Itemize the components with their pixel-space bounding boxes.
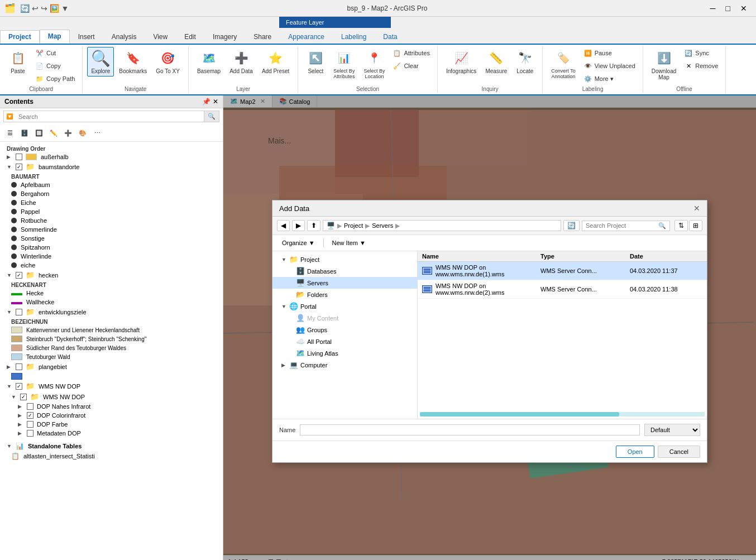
layer-dop-color-checkbox[interactable]: ✓	[27, 412, 34, 419]
more-tools-btn[interactable]: ⋯	[90, 126, 104, 140]
layer-spitzahorn[interactable]: Spitzahorn	[0, 243, 223, 252]
layer-suedlicher-rand[interactable]: Südlicher Rand des Teutoburger Waldes	[0, 343, 223, 352]
view-unplaced-button[interactable]: 👁️ View Unplaced	[581, 60, 638, 72]
nav-back-button[interactable]: ◀	[277, 220, 290, 231]
layer-wallhecke[interactable]: Wallhecke	[0, 298, 223, 307]
list-view-btn[interactable]: ☰	[3, 126, 17, 140]
layer-metadaten-checkbox[interactable]	[27, 430, 34, 437]
more-button[interactable]: ⚙️ More ▾	[581, 73, 638, 85]
layer-hecken-checkbox[interactable]: ✓	[16, 272, 22, 279]
layer-plangebiet[interactable]: ▶ 📁 plangebiet	[0, 361, 223, 372]
nav-forward-button[interactable]: ▶	[292, 220, 305, 231]
layer-wms-inner-checkbox[interactable]: ✓	[20, 394, 27, 400]
tab-view[interactable]: View	[145, 30, 176, 44]
new-item-button[interactable]: New Item ▼	[327, 237, 371, 248]
title-bar-controls[interactable]: ─ □ ✕	[706, 3, 752, 14]
tab-data[interactable]: Data	[375, 30, 405, 44]
tab-edit[interactable]: Edit	[176, 30, 204, 44]
tab-analysis[interactable]: Analysis	[103, 30, 145, 44]
layer-eiche[interactable]: Eiche	[0, 198, 223, 207]
close-panel-icon[interactable]: ✕	[213, 98, 218, 106]
layer-sonstige[interactable]: Sonstige	[0, 234, 223, 243]
select-by-location-button[interactable]: 📍 Select ByLocation	[360, 47, 389, 82]
layer-teutoburger-wald[interactable]: Teutoburger Wald	[0, 352, 223, 361]
contents-search-button[interactable]: 🔍	[204, 111, 219, 122]
convert-to-annotation-button[interactable]: 🏷️ Convert ToAnnotation	[547, 47, 579, 82]
copy-path-button[interactable]: 📁 Copy Path	[32, 73, 78, 85]
layer-baumstandorte[interactable]: ▼ ✓ 📁 baumstandorte	[0, 161, 223, 172]
layer-entwicklungsziele-checkbox[interactable]	[16, 309, 22, 315]
layer-dop-farbe[interactable]: ▶ DOP Farbe	[0, 420, 223, 429]
contents-search-input[interactable]	[15, 112, 204, 122]
open-button[interactable]: Open	[616, 446, 654, 458]
view-sort-button[interactable]: ⇅	[674, 220, 688, 231]
tab-map[interactable]: Map	[40, 30, 70, 44]
layer-wms-nw-dop[interactable]: ▼ ✓ 📁 WMS NW DOP	[0, 381, 223, 391]
add-preset-button[interactable]: ⭐ Add Preset	[258, 47, 293, 76]
select-button[interactable]: ↖️ Select	[303, 47, 328, 76]
layer-plangebiet-fill[interactable]	[0, 372, 223, 381]
attributes-button[interactable]: 📋 Attributes	[390, 47, 432, 59]
layer-ausserhalb-checkbox[interactable]	[16, 154, 22, 160]
layer-hecken[interactable]: ▼ ✓ 📁 hecken	[0, 270, 223, 280]
name-input[interactable]	[300, 424, 640, 435]
tab-share[interactable]: Share	[245, 30, 280, 44]
tree-computer[interactable]: ▶ 💻 Computer	[272, 359, 417, 371]
tab-insert[interactable]: Insert	[70, 30, 103, 44]
measure-button[interactable]: 📏 Measure	[481, 47, 511, 76]
layer-winterlinde[interactable]: Winterlinde	[0, 252, 223, 261]
bookmarks-button[interactable]: 🔖 Bookmarks	[115, 47, 151, 76]
tab-labeling[interactable]: Labeling	[333, 30, 375, 44]
highlight-btn[interactable]: ✏️	[47, 126, 60, 140]
layer-dop-farbe-checkbox[interactable]	[27, 421, 34, 428]
clear-button[interactable]: 🧹 Clear	[390, 60, 432, 72]
add-data-button[interactable]: ➕ Add Data	[226, 47, 257, 76]
cut-button[interactable]: ✂️ Cut	[32, 47, 78, 59]
style-btn[interactable]: 🎨	[76, 126, 89, 140]
tree-living-atlas[interactable]: 🗺️ Living Atlas	[272, 347, 417, 359]
tab-project[interactable]: Project	[0, 30, 40, 44]
nav-search-button[interactable]: 🔍	[655, 221, 669, 231]
tree-portal[interactable]: ▼ 🌐 Portal	[272, 300, 417, 312]
filter-btn[interactable]: 🔲	[32, 126, 46, 140]
layer-bergahorn[interactable]: Bergahorn	[0, 189, 223, 198]
layer-apfelbaum[interactable]: Apfelbaum	[0, 180, 223, 189]
layer-pappel[interactable]: Pappel	[0, 207, 223, 216]
tree-all-portal[interactable]: ☁️ All Portal	[272, 336, 417, 347]
tree-my-content[interactable]: 👤 My Content	[272, 312, 417, 324]
tab-appearance[interactable]: Appearance	[280, 30, 333, 44]
layer-eiche2[interactable]: eiche	[0, 261, 223, 270]
layer-baumstandorte-checkbox[interactable]: ✓	[16, 164, 22, 170]
layer-steinbruch[interactable]: Steinbruch "Dyckerhoff"; Steinbruch "Sch…	[0, 334, 223, 343]
layer-sommerlinde[interactable]: Sommerlinde	[0, 225, 223, 234]
nav-path-project[interactable]: Project	[344, 222, 363, 229]
layer-hecke[interactable]: Hecke	[0, 289, 223, 298]
layer-entwicklungsziele[interactable]: ▼ 📁 entwicklungsziele	[0, 307, 223, 317]
download-map-button[interactable]: ⬇️ DownloadMap	[648, 47, 680, 83]
nav-refresh-button[interactable]: 🔄	[563, 220, 580, 231]
go-to-xy-button[interactable]: 🎯 Go To XY	[152, 47, 184, 76]
sync-button[interactable]: 🔄 Sync	[681, 47, 721, 59]
basemap-button[interactable]: 🗺️ Basemap	[193, 47, 224, 76]
layer-wms-inner[interactable]: ▼ ✓ 📁 WMS NW DOP	[0, 391, 223, 402]
layer-plangebiet-checkbox[interactable]	[16, 363, 22, 370]
tab-imagery[interactable]: Imagery	[204, 30, 245, 44]
locate-button[interactable]: 🔭 Locate	[512, 47, 538, 76]
layer-metadaten[interactable]: ▶ Metadaten DOP	[0, 429, 223, 438]
explore-button[interactable]: 🔍 Explore	[87, 47, 114, 76]
nav-search-input[interactable]	[582, 221, 655, 230]
remove-button[interactable]: ✕ Remove	[681, 60, 721, 72]
layer-dop-nah-checkbox[interactable]	[27, 403, 34, 410]
layer-rotbuche[interactable]: Rotbuche	[0, 216, 223, 225]
tree-databases[interactable]: 🗄️ Databases	[272, 265, 417, 277]
horizontal-scrollbar[interactable]	[420, 412, 705, 417]
layer-dop-color[interactable]: ▶ ✓ DOP Colorinfrarot	[0, 411, 223, 420]
pin-icon[interactable]: 📌	[202, 98, 210, 106]
organize-button[interactable]: Organize ▼	[277, 237, 320, 248]
list-item-2[interactable]: WMS NW DOP on www.wms.nrw.de(2).wms WMS …	[418, 280, 707, 299]
cancel-button[interactable]: Cancel	[658, 446, 700, 458]
layer-ausserhalb[interactable]: ▶ außerhalb	[0, 152, 223, 161]
layer-wms-checkbox[interactable]: ✓	[16, 383, 22, 390]
tree-project[interactable]: ▼ 📁 Project	[272, 253, 417, 265]
paste-button[interactable]: 📋 Paste	[4, 47, 31, 76]
